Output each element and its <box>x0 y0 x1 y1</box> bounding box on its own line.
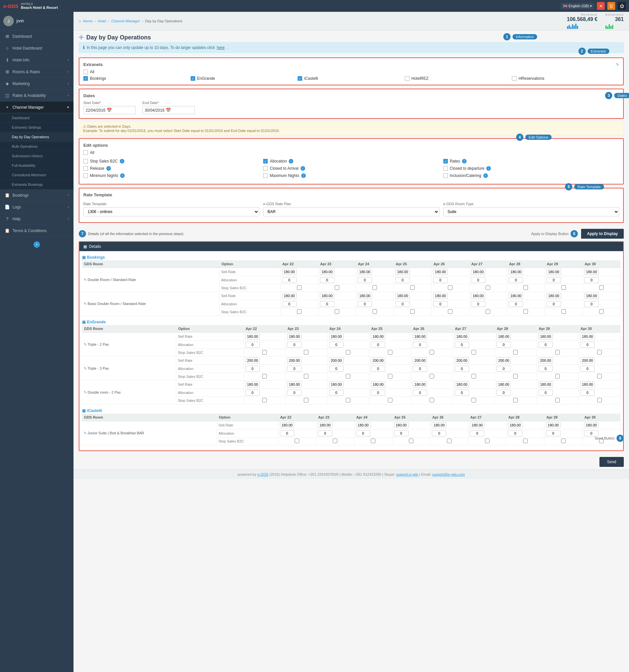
sell-rate-input[interactable] <box>455 382 469 387</box>
sidebar-item-dashboard[interactable]: ⊞ Dashboard <box>0 30 74 42</box>
sell-rate-input[interactable] <box>329 334 344 339</box>
stop-sales-check[interactable] <box>295 438 299 443</box>
allocation-input[interactable] <box>394 430 408 436</box>
sell-rate-input[interactable] <box>395 293 410 299</box>
allocation-input[interactable] <box>246 342 260 347</box>
allocation-input[interactable] <box>538 342 553 347</box>
sell-rate-input[interactable] <box>280 422 294 428</box>
sidebar-item-help[interactable]: ? Help › <box>0 213 74 225</box>
sell-rate-input[interactable] <box>509 293 523 299</box>
sidebar-item-cm-availability[interactable]: Full Availability <box>0 161 74 170</box>
room-edit-icon[interactable]: ✎ <box>84 342 86 346</box>
allocation-input[interactable] <box>320 277 334 283</box>
stop-sales-checkbox[interactable] <box>83 159 88 164</box>
allocation-input[interactable] <box>371 366 385 371</box>
allocation-input[interactable] <box>547 301 561 307</box>
closed-arrival-checkbox[interactable] <box>263 166 268 171</box>
sidebar-item-bookings[interactable]: 📋 Bookings › <box>0 189 74 201</box>
sidebar-item-hotel-dashboard[interactable]: ⌂ Hotel Dashboard <box>0 42 74 54</box>
stop-sales-check[interactable] <box>409 438 413 443</box>
sell-rate-input[interactable] <box>584 422 599 428</box>
allocation-input[interactable] <box>413 342 427 347</box>
all-channels-row[interactable]: All <box>83 70 619 74</box>
stop-sales-check[interactable] <box>410 309 415 314</box>
stop-sales-check[interactable] <box>262 398 267 403</box>
stop-sales-check[interactable] <box>599 309 604 314</box>
sell-rate-input[interactable] <box>395 269 410 275</box>
sidebar-item-rates-availability[interactable]: ◫ Rates & Availability › <box>0 90 74 101</box>
sidebar-item-cm-extranets[interactable]: Extranets Settings <box>0 123 74 132</box>
option-rates[interactable]: ✓ Rates i <box>443 159 619 164</box>
allocation-input[interactable] <box>538 390 553 395</box>
icastelli-checkbox[interactable]: ✓ <box>298 76 302 81</box>
send-button[interactable]: Send <box>600 457 624 467</box>
stop-sales-check[interactable] <box>486 309 490 314</box>
closed-departure-checkbox[interactable] <box>443 166 448 171</box>
allocation-input[interactable] <box>580 366 595 371</box>
sell-rate-input[interactable] <box>413 334 427 339</box>
allocation-input[interactable] <box>329 390 344 395</box>
end-date-input[interactable]: 30/04/2016 📅 <box>143 106 195 114</box>
stop-sales-check[interactable] <box>262 350 267 355</box>
room-edit-icon[interactable]: ✎ <box>84 431 86 435</box>
stop-sales-check[interactable] <box>297 285 302 290</box>
option-allocation[interactable]: ✓ Allocation i <box>263 159 439 164</box>
allocation-input[interactable] <box>455 366 469 371</box>
stop-sales-check[interactable] <box>371 438 375 443</box>
sell-rate-input[interactable] <box>508 422 522 428</box>
allocation-input[interactable] <box>538 366 553 371</box>
sell-rate-input[interactable] <box>433 293 448 299</box>
stop-sales-check[interactable] <box>513 398 518 403</box>
breadcrumb-home[interactable]: Home <box>83 19 93 23</box>
sell-rate-input[interactable] <box>471 269 485 275</box>
sidebar-item-terms[interactable]: 📋 Terms & Conditions <box>0 225 74 237</box>
allocation-input[interactable] <box>413 390 427 395</box>
sell-rate-input[interactable] <box>413 382 427 387</box>
allocation-input[interactable] <box>287 342 302 347</box>
sell-rate-input[interactable] <box>287 334 302 339</box>
allocation-input[interactable] <box>329 366 344 371</box>
stop-sales-check[interactable] <box>297 309 302 314</box>
bookings-checkbox[interactable]: ✓ <box>83 76 88 81</box>
stop-sales-check[interactable] <box>523 285 528 290</box>
room-edit-icon[interactable]: ✎ <box>84 278 86 282</box>
channel-icastelli[interactable]: ✓ iCastelli <box>298 76 405 81</box>
allocation-input[interactable] <box>433 301 448 307</box>
option-closed-departure[interactable]: Closed to departure i <box>443 166 619 171</box>
sidebar-item-marketing[interactable]: ◈ Marketing › <box>0 78 74 90</box>
stop-sales-check[interactable] <box>262 374 267 379</box>
sell-rate-input[interactable] <box>433 269 448 275</box>
sell-rate-input[interactable] <box>318 422 332 428</box>
stop-sales-check[interactable] <box>472 350 476 355</box>
option-release[interactable]: Release i <box>83 166 259 171</box>
stop-sales-check[interactable] <box>555 398 560 403</box>
sell-rate-input[interactable] <box>371 334 385 339</box>
allocation-input[interactable] <box>358 301 372 307</box>
rates-checkbox[interactable]: ✓ <box>443 159 448 164</box>
sell-rate-input[interactable] <box>246 382 260 387</box>
all-options-checkbox[interactable] <box>83 150 88 155</box>
sell-rate-input[interactable] <box>413 358 427 363</box>
extranets-edit-icon[interactable]: ✎ <box>616 63 619 67</box>
sell-rate-input[interactable] <box>287 382 302 387</box>
breadcrumb-hotel[interactable]: Hotel <box>98 19 106 23</box>
hotel-selector[interactable]: HOTELS Beach Hotel & Resort <box>21 2 58 9</box>
channel-hotelrez[interactable]: HotelREZ <box>405 76 512 81</box>
allocation-input[interactable] <box>584 301 599 307</box>
stop-sales-check[interactable] <box>346 350 350 355</box>
sidebar-item-hotel-info[interactable]: ℹ Hotel Info › <box>0 54 74 66</box>
stop-sales-check[interactable] <box>388 350 393 355</box>
sell-rate-input[interactable] <box>287 358 302 363</box>
sell-rate-input[interactable] <box>547 269 561 275</box>
allocation-input[interactable] <box>395 277 410 283</box>
apply-to-display-button[interactable]: Apply to Display <box>581 229 624 239</box>
allocation-input[interactable] <box>413 366 427 371</box>
stop-sales-check[interactable] <box>304 398 308 403</box>
stop-sales-check[interactable] <box>472 398 476 403</box>
maximum-nights-checkbox[interactable] <box>263 173 268 178</box>
stop-sales-check[interactable] <box>513 374 518 379</box>
allocation-input[interactable] <box>395 301 410 307</box>
stop-sales-check[interactable] <box>447 438 452 443</box>
sell-rate-input[interactable] <box>358 269 372 275</box>
power-button[interactable]: ⏻ <box>618 2 626 10</box>
